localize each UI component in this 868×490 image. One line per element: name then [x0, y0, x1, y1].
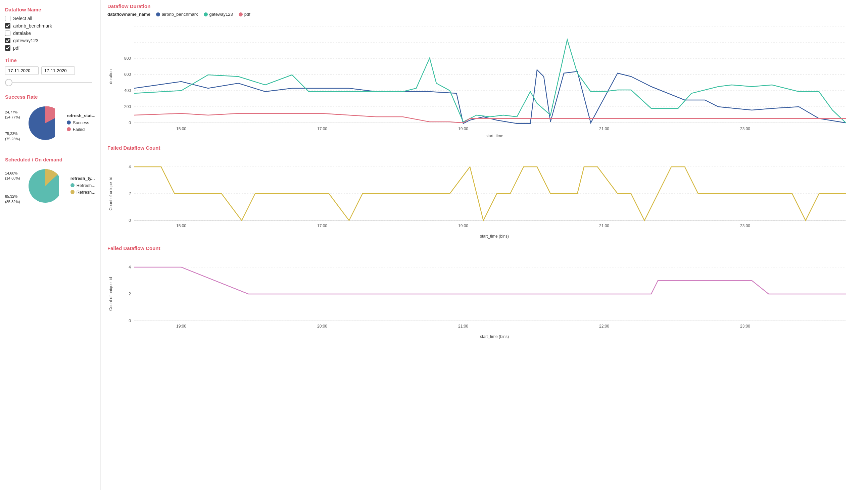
- failed2-y-label: Count of unique_id: [107, 254, 114, 334]
- dataflow-duration-chart: 0 200 400 600 800 15:00 17:00 19:00 21:0…: [114, 20, 852, 133]
- svg-text:23:00: 23:00: [740, 223, 750, 228]
- svg-text:23:00: 23:00: [740, 126, 750, 131]
- svg-point-3: [204, 12, 208, 17]
- datalake-checkbox[interactable]: [5, 31, 10, 36]
- success-pct-bottom2: (75,23%): [5, 136, 20, 142]
- failed-count1-chart: 0 2 4 15:00 17:00 19:00 21:00 23:00: [114, 153, 852, 234]
- select-all-label: Select all: [13, 16, 32, 21]
- gateway-label: gateway123: [13, 38, 39, 43]
- scheduled-pie: [25, 166, 59, 206]
- svg-text:20:00: 20:00: [317, 324, 327, 329]
- svg-text:22:00: 22:00: [599, 324, 609, 329]
- duration-legend-label: dataflowname_name: [107, 12, 150, 17]
- pdf-checkbox[interactable]: [5, 45, 10, 51]
- failed2-x-label: start_time (bins): [128, 334, 861, 339]
- airbnb-label: airbnb_benchmark: [13, 23, 52, 29]
- svg-text:21:00: 21:00: [458, 324, 468, 329]
- svg-text:19:00: 19:00: [458, 223, 468, 228]
- svg-text:400: 400: [124, 88, 131, 93]
- svg-text:4: 4: [129, 164, 131, 169]
- duration-y-label: duration: [107, 20, 114, 133]
- failed1-x-label: start_time (bins): [128, 234, 861, 239]
- airbnb-row[interactable]: airbnb_benchmark: [5, 23, 95, 29]
- success-pct-top2: (24,77%): [5, 115, 20, 120]
- scheduled-legend-title: refresh_ty...: [70, 176, 95, 181]
- scheduled-legend-1: Refresh...: [70, 183, 95, 188]
- time-slider[interactable]: [5, 82, 92, 83]
- success-rate-pie: [25, 103, 55, 143]
- dataflow-duration-title: Dataflow Duration: [107, 3, 861, 9]
- select-all-checkbox[interactable]: [5, 16, 10, 21]
- svg-text:0: 0: [129, 218, 131, 223]
- svg-text:23:00: 23:00: [740, 324, 750, 329]
- airbnb-checkbox[interactable]: [5, 23, 10, 29]
- svg-text:15:00: 15:00: [176, 126, 186, 131]
- svg-text:21:00: 21:00: [599, 126, 609, 131]
- svg-text:19:00: 19:00: [176, 324, 186, 329]
- gateway-checkbox[interactable]: [5, 38, 10, 43]
- svg-text:0: 0: [129, 121, 131, 125]
- scheduled-pct-top2: (14,68%): [5, 176, 20, 181]
- svg-text:2: 2: [129, 292, 131, 296]
- duration-legend-pdf: pdf: [238, 12, 250, 17]
- svg-text:2: 2: [129, 191, 131, 196]
- date-from-input[interactable]: [5, 66, 39, 75]
- gateway-row[interactable]: gateway123: [5, 38, 95, 43]
- date-to-input[interactable]: [41, 66, 75, 75]
- success-pct-bottom: 75,23%: [5, 131, 20, 136]
- failed1-y-label: Count of unique_id: [107, 153, 114, 234]
- scheduled-legend-2: Refresh...: [70, 190, 95, 195]
- scheduled-pct-bottom2: (85,32%): [5, 200, 20, 204]
- success-legend-title: refresh_stat...: [67, 113, 95, 118]
- scheduled-title: Scheduled / On demand: [5, 157, 95, 162]
- svg-text:15:00: 15:00: [176, 223, 186, 228]
- duration-legend-airbnb: airbnb_benchmark: [156, 12, 198, 17]
- svg-text:0: 0: [129, 318, 131, 323]
- failed-count2-title: Failed Dataflow Count: [107, 245, 861, 251]
- datalake-label: datalake: [13, 31, 31, 36]
- success-legend-failed: Failed: [67, 127, 95, 132]
- failed-count1-block: Failed Dataflow Count Count of unique_id…: [107, 145, 861, 239]
- svg-point-4: [239, 12, 243, 17]
- svg-text:19:00: 19:00: [458, 126, 468, 131]
- svg-point-2: [156, 12, 160, 17]
- duration-legend-gateway: gateway123: [204, 12, 233, 17]
- time-title: Time: [5, 57, 95, 63]
- svg-text:4: 4: [129, 265, 131, 270]
- svg-text:21:00: 21:00: [599, 223, 609, 228]
- pdf-row[interactable]: pdf: [5, 45, 95, 51]
- datalake-row[interactable]: datalake: [5, 31, 95, 36]
- pdf-label: pdf: [13, 45, 20, 51]
- failed-count2-chart: 0 2 4 19:00 20:00 21:00 22:00 23:00: [114, 254, 852, 334]
- dataflow-duration-block: Dataflow Duration dataflowname_name airb…: [107, 3, 861, 138]
- svg-text:200: 200: [124, 104, 131, 109]
- select-all-row[interactable]: Select all: [5, 16, 95, 21]
- duration-x-label: start_time: [128, 133, 861, 138]
- svg-text:800: 800: [124, 56, 131, 61]
- scheduled-pct-top: 14,68%: [5, 171, 20, 176]
- success-legend-success: Success: [67, 120, 95, 125]
- dataflow-name-title: Dataflow Name: [5, 7, 95, 12]
- success-rate-title: Success Rate: [5, 94, 95, 100]
- scheduled-pct-bottom: 85,32%: [5, 194, 20, 199]
- failed-count1-title: Failed Dataflow Count: [107, 145, 861, 151]
- svg-text:17:00: 17:00: [317, 223, 327, 228]
- success-pct-top: 24,77%: [5, 110, 20, 115]
- svg-text:600: 600: [124, 72, 131, 77]
- svg-text:17:00: 17:00: [317, 126, 327, 131]
- failed-count2-block: Failed Dataflow Count Count of unique_id…: [107, 245, 861, 339]
